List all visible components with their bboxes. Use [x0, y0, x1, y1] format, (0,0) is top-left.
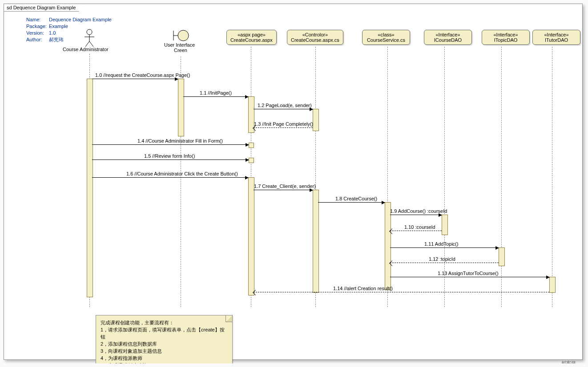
boundary-icon [172, 29, 189, 42]
arrow-m2 [183, 96, 248, 97]
meta-pkg-label: Package: [26, 23, 48, 30]
arrow-m9 [318, 202, 385, 203]
activation-admin [87, 79, 93, 297]
frame-label: sd Dequence Diagram Example [4, 4, 84, 12]
meta-pkg: Example [49, 24, 68, 29]
svg-line-4 [89, 41, 93, 47]
meta-auth: 郝宪玮 [49, 37, 64, 42]
lifeline-itutor-dao: «Interface»ITutorDAO [532, 30, 580, 45]
msg-6: 1.5 //Review form Info() [144, 153, 195, 159]
activation-topicdao [499, 247, 505, 266]
svg-line-3 [85, 41, 89, 47]
meta-ver-label: Version: [26, 30, 48, 36]
boundary-ui-creen: User Interface Creen [169, 29, 193, 53]
lifeline-create-course-aspx: «aspx page»CreateCourse.aspx [226, 30, 277, 45]
arrow-m4 [254, 128, 313, 128]
msg-5: 1.4 //Course Administrator Fill in Form(… [137, 138, 223, 144]
lifeline-dash-7 [501, 47, 502, 307]
activation-coursedao [442, 215, 448, 235]
arrow-m8 [254, 190, 313, 190]
msg-15: 1.14 //alert Creation result() [333, 286, 393, 291]
activation-cs-2 [313, 190, 319, 293]
msg-8: 1.7 Create_Client(e, sender) [254, 184, 316, 189]
lifeline-dash-8 [552, 47, 552, 307]
msg-13: 1.12 :topicId [429, 256, 455, 262]
msg-9: 1.8 CreateCourse() [335, 196, 377, 201]
arrow-m3 [254, 109, 313, 109]
arrow-m5 [92, 144, 249, 145]
svg-point-7 [178, 30, 189, 41]
note-l1: 完成课程创建功能，主要流程有： [101, 319, 228, 326]
activation-small-1 [249, 143, 254, 148]
arrow-m14 [390, 277, 549, 277]
activation-small-2 [249, 158, 254, 163]
lifeline-course-service: «class»CourseService.cs [362, 30, 410, 45]
meta-auth-label: Author: [26, 36, 48, 43]
note-l4: 3，向课程对象追加主题信息 [101, 347, 228, 355]
msg-14: 1.13 AssignTutorToCourse() [438, 271, 499, 276]
note-l6: 5，完成课程创建功能 [101, 362, 228, 363]
arrow-m7 [92, 177, 248, 178]
svg-point-0 [87, 29, 92, 35]
msg-12: 1.11 AddTopic() [424, 241, 458, 247]
msg-10: 1.9 AddCourse() :courseId [390, 208, 447, 214]
msg-2: 1.1 //InitPage() [200, 90, 232, 96]
arrow-m11 [390, 231, 442, 231]
activation-aspx-2 [248, 177, 254, 295]
arrow-m6 [92, 160, 249, 160]
actor-label: Course Administrator [63, 47, 103, 52]
lifeline-itopic-dao: «Interface»ITopicDAO [482, 30, 530, 45]
lifeline-create-course-cs: «Controlor»CreateCourse.aspx.cs [287, 30, 343, 45]
actor-course-admin: Course Administrator [76, 29, 103, 52]
arrow-m12 [390, 247, 499, 248]
arrow-m10 [390, 215, 442, 215]
sequence-diagram-frame: sd Dequence Diagram Example Name: Dequen… [4, 4, 583, 360]
msg-1: 1.0 //request the CreateCourse.aspx Page… [95, 72, 190, 78]
lifeline-icourse-dao: «Interface»ICourseDAO [424, 30, 472, 45]
msg-4: 1.3 //Init Page Completely() [254, 121, 313, 127]
meta-name-label: Name: [26, 16, 48, 23]
note-block: 完成课程创建功能，主要流程有： 1，请求添加课程页面，填写课程表单，点击【cre… [96, 315, 233, 363]
meta-ver: 1.0 [49, 30, 56, 36]
activation-tutordao [549, 277, 556, 293]
lifeline-dash-6 [444, 47, 445, 307]
author-signature: 郝宪玮 [561, 360, 576, 363]
msg-7: 1.6 //Course Administrator Click the Cre… [126, 171, 238, 176]
actor-icon [83, 29, 96, 47]
arrow-m13 [390, 263, 499, 263]
msg-11: 1.10 :courseId [404, 224, 435, 230]
arrow-m1 [92, 79, 178, 79]
activation-cs-1 [313, 109, 319, 131]
boundary-label-1: User Interface [164, 42, 193, 48]
msg-3: 1.2 PageLoad(e, sender) [258, 103, 312, 108]
note-l3: 2，添加课程信息到数据库 [101, 340, 228, 347]
meta-name: Dequence Diagram Example [49, 17, 112, 22]
activation-ui [178, 79, 184, 136]
note-l5: 4，为课程指派教师 [101, 355, 228, 362]
boundary-label-2: Creen [169, 48, 193, 53]
arrow-m15 [254, 292, 549, 292]
note-l2: 1，请求添加课程页面，填写课程表单，点击【create】按钮 [101, 326, 228, 340]
